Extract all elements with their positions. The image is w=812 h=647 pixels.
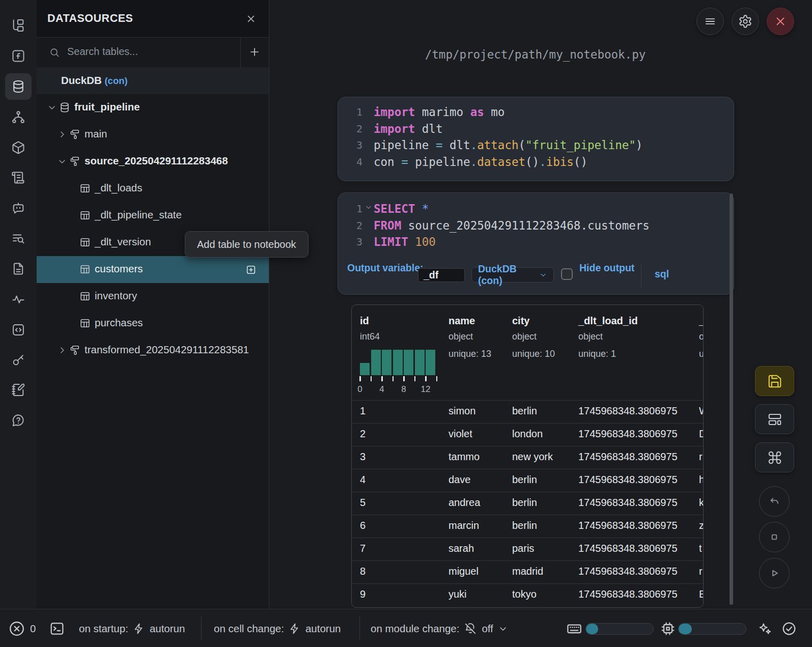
rail-item-search[interactable] bbox=[5, 225, 32, 251]
menu-button[interactable] bbox=[696, 8, 724, 35]
hide-output-checkbox[interactable] bbox=[561, 268, 573, 280]
tree-item-main[interactable]: main bbox=[37, 121, 269, 148]
code-line[interactable]: 3LIMIT 100 bbox=[338, 234, 734, 250]
ai-assistant-button[interactable] bbox=[757, 609, 772, 647]
settings-button[interactable] bbox=[732, 8, 759, 35]
rail-item-documentation[interactable] bbox=[5, 256, 32, 282]
run-button[interactable] bbox=[759, 558, 790, 588]
chevron-down-icon[interactable] bbox=[57, 156, 67, 166]
code-text: LIMIT 100 bbox=[374, 235, 436, 248]
on-startup-label: on startup: bbox=[79, 623, 128, 635]
chevron-down-icon[interactable] bbox=[47, 102, 57, 112]
rail-item-packages[interactable] bbox=[5, 134, 32, 161]
terminal-icon bbox=[49, 621, 65, 637]
sql-cell[interactable]: 1SELECT *2FROM source_202504291112283468… bbox=[338, 192, 734, 295]
engine-select[interactable]: DuckDB (con) bbox=[471, 267, 554, 283]
table-row[interactable]: 2violetlondon1745968348.3806975D bbox=[352, 423, 703, 446]
table-cell: z bbox=[699, 520, 704, 531]
tree-item-source-202504291112283468[interactable]: source_202504291112283468 bbox=[37, 148, 269, 175]
table-row[interactable]: 6marcinberlin1745968348.3806975z bbox=[352, 515, 703, 538]
on-startup-setting[interactable]: on startup: autorun bbox=[79, 609, 185, 647]
tree-item-purchases[interactable]: purchases bbox=[37, 310, 269, 337]
rail-item-snippets[interactable] bbox=[5, 317, 32, 343]
cpu-indicator bbox=[660, 609, 676, 647]
rail-item-datasources[interactable] bbox=[5, 73, 32, 100]
rail-item-logs[interactable] bbox=[5, 164, 32, 191]
rail-item-help[interactable] bbox=[5, 407, 32, 434]
close-panel-icon[interactable] bbox=[245, 13, 257, 24]
column-title: _dlt_load_id bbox=[578, 315, 638, 327]
output-variable-input[interactable]: _df bbox=[418, 268, 465, 282]
undo-button[interactable] bbox=[759, 486, 790, 517]
column-unique-count: unique: 1 bbox=[578, 349, 616, 359]
notebook-scrollbar[interactable] bbox=[730, 193, 733, 605]
on-startup-value: autorun bbox=[150, 623, 185, 635]
connection-status[interactable] bbox=[781, 609, 797, 647]
tree-item--dlt-pipeline-state[interactable]: _dlt_pipeline_state bbox=[37, 202, 269, 229]
chevron-right-icon[interactable] bbox=[57, 129, 67, 139]
activity-rail bbox=[0, 0, 37, 609]
table-row[interactable]: 4daveberlin1745968348.3806975h bbox=[352, 469, 703, 492]
code-line[interactable]: 1SELECT * bbox=[338, 201, 734, 217]
rail-item-variables[interactable] bbox=[5, 43, 32, 69]
rail-item-tracing[interactable] bbox=[5, 286, 32, 313]
tree-item-inventory[interactable]: inventory bbox=[37, 283, 269, 310]
shutdown-button[interactable] bbox=[767, 8, 794, 35]
layout-button[interactable] bbox=[755, 404, 794, 434]
stop-button[interactable] bbox=[759, 522, 790, 552]
search-input[interactable]: Search tables... bbox=[67, 46, 138, 58]
table-body: 1simonberlin1745968348.3806975W2violetlo… bbox=[352, 400, 703, 606]
connection-row[interactable]: DuckDB (con) bbox=[37, 67, 269, 94]
chevron-right-icon[interactable] bbox=[57, 345, 67, 355]
add-table-button[interactable] bbox=[245, 264, 257, 275]
tree-item-transformed-202504291112283581[interactable]: transformed_202504291112283581 bbox=[37, 337, 269, 364]
python-cell[interactable]: 1import marimo as mo2import dlt3pipeline… bbox=[338, 97, 734, 181]
on-module-change-value: off bbox=[482, 623, 493, 635]
line-number: 4 bbox=[338, 154, 362, 171]
rail-item-ai-chat[interactable] bbox=[5, 194, 32, 221]
table-row[interactable]: 8miguelmadrid1745968348.3806975r bbox=[352, 560, 703, 583]
code-line[interactable]: 2import dlt bbox=[338, 121, 734, 137]
terminal-button[interactable] bbox=[49, 609, 65, 647]
code-line[interactable]: 1import marimo as mo bbox=[338, 104, 734, 121]
memory-indicator bbox=[566, 609, 582, 647]
table-cell: berlin bbox=[512, 520, 537, 531]
query-result-table[interactable]: idint6404812nameobjectunique: 13cityobje… bbox=[351, 304, 704, 608]
fold-chevron-icon[interactable] bbox=[365, 203, 373, 211]
code-text: import dlt bbox=[374, 122, 442, 135]
line-number: 2 bbox=[338, 217, 362, 234]
save-button[interactable] bbox=[755, 366, 794, 396]
code-line[interactable]: 2FROM source_202504291112283468.customer… bbox=[338, 217, 734, 234]
cpu-usage-meter bbox=[678, 623, 746, 635]
table-cell: 1745968348.3806975 bbox=[578, 588, 678, 600]
table-row[interactable]: 5andreaberlin1745968348.3806975k bbox=[352, 492, 703, 515]
tree-item-label: purchases bbox=[95, 317, 143, 329]
controls-divider bbox=[641, 264, 641, 288]
table-row[interactable]: 7sarahparis1745968348.3806975t bbox=[352, 538, 703, 560]
tree-item-label: inventory bbox=[95, 290, 137, 302]
table-row[interactable]: 1simonberlin1745968348.3806975W bbox=[352, 400, 703, 423]
memory-icon bbox=[566, 621, 582, 637]
statusbar-divider bbox=[359, 616, 360, 640]
keyboard-shortcuts-button[interactable] bbox=[755, 442, 794, 472]
tree-item-fruit-pipeline[interactable]: fruit_pipeline bbox=[37, 94, 269, 121]
rail-item-scratchpad[interactable] bbox=[5, 377, 32, 403]
table-row[interactable]: 3tammonew york1745968348.3806975r bbox=[352, 446, 703, 469]
help-circle-icon bbox=[11, 413, 25, 428]
table-row[interactable]: 9yukitokyo1745968348.3806975E bbox=[352, 583, 703, 606]
tree-item--dlt-loads[interactable]: _dlt_loads bbox=[37, 175, 269, 202]
cpu-icon bbox=[660, 621, 676, 637]
rail-item-secrets[interactable] bbox=[5, 347, 32, 373]
code-line[interactable]: 3pipeline = dlt.attach("fruit_pipeline") bbox=[338, 137, 734, 154]
on-cell-change-setting[interactable]: on cell change: autorun bbox=[214, 609, 341, 647]
file-tree-icon bbox=[11, 18, 25, 33]
tree-item-customers[interactable]: customers bbox=[37, 256, 269, 283]
rail-item-file-explorer[interactable] bbox=[5, 12, 32, 39]
code-line[interactable]: 4con = pipeline.dataset().ibis() bbox=[338, 154, 734, 171]
workflow-icon bbox=[11, 110, 25, 124]
error-indicator[interactable]: 0 bbox=[8, 609, 36, 647]
rail-item-dependencies[interactable] bbox=[5, 104, 32, 130]
on-module-change-setting[interactable]: on module change: off bbox=[371, 609, 508, 647]
add-datasource-icon[interactable] bbox=[248, 46, 261, 58]
table-cell: sarah bbox=[449, 543, 474, 554]
